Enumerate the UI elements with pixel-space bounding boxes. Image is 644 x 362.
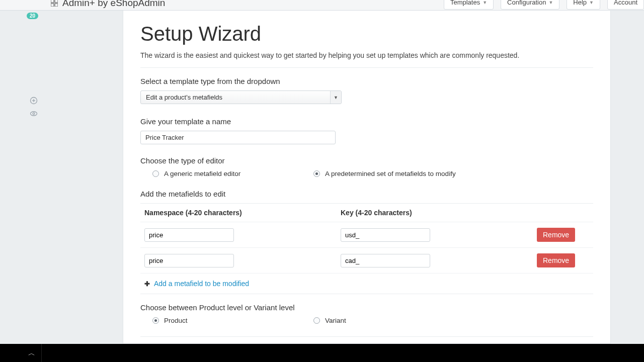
chevron-down-icon: ▼ bbox=[482, 0, 487, 5]
template-name-label: Give your template a name bbox=[140, 117, 593, 126]
add-metafield-link[interactable]: Add a metafield to be modified bbox=[154, 280, 249, 288]
table-row: Remove bbox=[140, 222, 593, 247]
key-input[interactable] bbox=[341, 254, 430, 267]
chevron-down-icon: ▼ bbox=[330, 91, 341, 104]
editor-predetermined-radio[interactable]: A predetermined set of metafields to mod… bbox=[313, 170, 456, 177]
key-input[interactable] bbox=[341, 228, 430, 242]
template-type-select[interactable]: Edit a product's metafields ▼ bbox=[140, 90, 342, 104]
app-title: Admin+ by eShopAdmin bbox=[62, 0, 165, 9]
svg-rect-2 bbox=[51, 4, 54, 7]
chevron-down-icon: ▼ bbox=[589, 0, 594, 5]
template-type-label: Select a template type from the dropdown bbox=[140, 77, 593, 85]
editor-type-label: Choose the type of editor bbox=[140, 156, 593, 165]
namespace-input[interactable] bbox=[144, 254, 234, 267]
svg-rect-1 bbox=[55, 0, 58, 3]
chevron-up-icon[interactable]: ︿ bbox=[28, 349, 35, 358]
nav-help[interactable]: Help▼ bbox=[567, 0, 600, 10]
template-name-input[interactable] bbox=[140, 131, 336, 144]
svg-point-8 bbox=[33, 113, 35, 115]
page-title: Setup Wizard bbox=[140, 23, 593, 45]
plus-circle-icon[interactable] bbox=[29, 96, 38, 105]
main-panel: Setup Wizard The wizard is the easiest a… bbox=[123, 11, 611, 344]
metafields-label: Add the metafields to edit bbox=[140, 190, 593, 198]
level-variant-radio[interactable]: Variant bbox=[313, 317, 346, 324]
chevron-down-icon: ▼ bbox=[548, 0, 553, 5]
nav-account[interactable]: Account bbox=[607, 0, 644, 10]
nav-configuration[interactable]: Configuration▼ bbox=[501, 0, 559, 10]
page-intro: The wizard is the easiest and quickest w… bbox=[140, 51, 593, 59]
key-header: Key (4-20 characters) bbox=[341, 209, 537, 217]
remove-button[interactable]: Remove bbox=[537, 253, 575, 267]
level-product-radio[interactable]: Product bbox=[152, 317, 313, 324]
level-label: Choose between Product level or Variant … bbox=[140, 303, 593, 312]
remove-button[interactable]: Remove bbox=[537, 228, 575, 242]
bottom-bar: ︿ bbox=[0, 344, 644, 362]
metafields-table: Namespace (4-20 characters) Key (4-20 ch… bbox=[140, 203, 593, 294]
sidebar: 20 bbox=[0, 11, 44, 344]
editor-generic-radio[interactable]: A generic metafield editor bbox=[152, 170, 313, 177]
plus-icon: ✚ bbox=[144, 280, 150, 288]
table-row: Remove bbox=[140, 247, 593, 273]
svg-point-7 bbox=[31, 112, 37, 116]
top-bar: Admin+ by eShopAdmin Templates▼ Configur… bbox=[0, 0, 644, 11]
namespace-input[interactable] bbox=[144, 228, 234, 242]
sidebar-count-badge: 20 bbox=[27, 13, 38, 19]
app-grid-icon bbox=[50, 0, 58, 7]
eye-icon[interactable] bbox=[29, 109, 38, 118]
nav-templates[interactable]: Templates▼ bbox=[444, 0, 494, 10]
svg-rect-3 bbox=[55, 4, 58, 7]
svg-rect-0 bbox=[51, 0, 54, 3]
namespace-header: Namespace (4-20 characters) bbox=[144, 209, 341, 217]
